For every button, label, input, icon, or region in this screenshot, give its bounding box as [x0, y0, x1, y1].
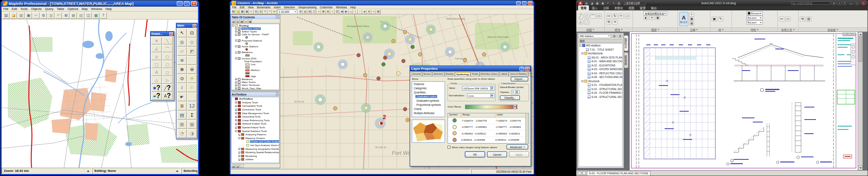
toolbox-row[interactable]: + Measuring Geographic Distributions: [232, 147, 279, 151]
drawing-toolbar-titlebar[interactable]: Drawi... ×: [151, 32, 174, 36]
block-tool-button[interactable]: ✎: [718, 17, 723, 22]
toolbar-button[interactable]: ▥: [258, 10, 263, 14]
main-tool-button[interactable]: Σ: [187, 111, 197, 120]
toc-layer-row[interactable]: ✓: [232, 48, 279, 51]
drawing-tool-button[interactable]: ◻: [162, 68, 173, 76]
close-button[interactable]: ×: [528, 1, 532, 5]
menu-item[interactable]: Table: [55, 7, 66, 11]
toolbar-button[interactable]: ↶: [55, 12, 62, 19]
maximize-button[interactable]: □: [855, 1, 860, 5]
infocenter-button[interactable]: ▾: [831, 1, 836, 5]
toolbar-button[interactable]: ≣: [367, 10, 371, 14]
sheetset-combobox[interactable]: IRD Addition: [579, 34, 611, 38]
main-tool-button[interactable]: 12: [187, 102, 197, 110]
qat-button[interactable]: ↷: [611, 1, 616, 5]
toc-layer-row[interactable]: − ✓ Proposed Stations: [232, 39, 279, 42]
main-tool-button[interactable]: ▱: [177, 47, 187, 56]
ribbon-tab[interactable]: 常用: [578, 5, 589, 10]
menu-item[interactable]: Edit: [10, 7, 19, 11]
main-tool-button[interactable]: [187, 56, 197, 65]
toolbar-button[interactable]: ⊞: [298, 10, 303, 14]
toc-layer-row[interactable]: ✓ Low: [232, 63, 279, 66]
vertical-scrollbar[interactable]: [858, 32, 863, 170]
checkbox[interactable]: [448, 146, 450, 149]
apply-button[interactable]: Apply: [509, 152, 529, 157]
close-button[interactable]: ×: [525, 67, 529, 71]
tree-expander-icon[interactable]: +: [235, 109, 237, 111]
draw-tool-button[interactable]: △: [578, 20, 583, 24]
dialog-tab[interactable]: Definition Query: [480, 72, 500, 76]
main-tool-button[interactable]: ▩: [187, 120, 197, 129]
panel-label[interactable]: 绘图: [576, 27, 604, 32]
toc-layer-row[interactable]: + ✓ Calls for Service - Feb07: [232, 33, 279, 36]
toolbar-button[interactable]: ✛: [330, 10, 335, 14]
sheet-row[interactable]: A-02 - ELEVATIONS: [579, 64, 622, 68]
active-layout-tab[interactable]: S-03 - FLOOR FRAMING PLAN AND SECTIONS: [587, 171, 650, 176]
main-tool-button[interactable]: ⊙: [177, 74, 187, 83]
layer-tool-button[interactable]: ◐: [643, 16, 648, 20]
show-list-item[interactable]: Graduated colors: [412, 94, 445, 98]
toc-layer-row[interactable]: ✓ Total Population: [232, 60, 279, 63]
ribbon-tab[interactable]: 输出: [648, 5, 659, 10]
autocad-app-icon[interactable]: A: [578, 1, 583, 5]
dialog-tab[interactable]: Labels: [499, 72, 509, 76]
main-tool-button[interactable]: ⊖: [187, 65, 197, 74]
ssm-tool-button[interactable]: ▥: [618, 34, 623, 38]
modify-tool-button[interactable]: ✂: [618, 14, 624, 19]
tree-expander-icon[interactable]: −: [235, 39, 237, 42]
toolbar-button[interactable]: ◫: [312, 10, 317, 14]
drawing-tool-button[interactable]: ╲: [162, 37, 173, 44]
menu-item[interactable]: Insert: [272, 6, 282, 9]
close-button[interactable]: ×: [861, 1, 866, 5]
map-scale-combobox[interactable]: 1:10,000: [277, 10, 297, 14]
sheet-row[interactable]: T-01 - TITLE SHEET: [579, 48, 622, 52]
toolbar-button[interactable]: ★: [371, 10, 376, 14]
menu-item[interactable]: Bookmarks: [255, 6, 272, 9]
drawing-tool-button[interactable]: △: [151, 76, 162, 84]
drawing-tool-button[interactable]: ╱?: [162, 84, 173, 92]
toc-layer-row[interactable]: − ✓ Census 2010: [232, 57, 279, 60]
ribbon-tab[interactable]: 视图: [626, 5, 637, 10]
help-button[interactable]: ?: [519, 67, 524, 71]
tree-expander-icon[interactable]: +: [235, 127, 237, 129]
palette-tab[interactable]: 模型视图: [624, 52, 628, 68]
dialog-tab[interactable]: Symbology: [455, 72, 470, 76]
toolbar-button[interactable]: ⊕: [321, 10, 326, 14]
toc-layer-row[interactable]: − ✓ Routing: [232, 24, 279, 27]
toolbar-button[interactable]: ▤: [231, 10, 235, 14]
toolbar-button[interactable]: ⧉: [254, 10, 258, 14]
menu-item[interactable]: Map: [80, 7, 89, 11]
toolbox-row[interactable]: − Spatial Statistics Tools: [232, 129, 279, 133]
arcmap-titlebar[interactable]: Clusters - ArcMap - ArcInfo — □ ×: [230, 0, 534, 5]
tree-expander-icon[interactable]: +: [235, 84, 237, 86]
workspace-combobox[interactable]: 二维草图与注释: [623, 1, 646, 5]
ribbon-tab[interactable]: 插入: [589, 5, 600, 10]
toolbox-row[interactable]: + Rendering: [232, 154, 279, 158]
layer-visibility-checkbox[interactable]: ✓: [238, 81, 240, 83]
menu-item[interactable]: File: [2, 7, 10, 11]
layer-visibility-checkbox[interactable]: ✓: [238, 27, 240, 30]
toolbar-button[interactable]: ⚐: [358, 10, 362, 14]
toc-layer-row[interactable]: + ✓ HotSpots_Feb07: [232, 27, 279, 30]
layer-tool-button[interactable]: ▣: [655, 16, 660, 20]
layer-visibility-checkbox[interactable]: ✓: [238, 45, 240, 48]
dialog-tab[interactable]: Fields: [470, 72, 479, 76]
toc-tool-button[interactable]: ▦: [240, 20, 244, 23]
toolbar-button[interactable]: ?: [100, 12, 107, 19]
toc-tool-button[interactable]: ▤: [232, 20, 235, 23]
mtext-button[interactable]: A多行文字: [679, 12, 688, 26]
status-selecting[interactable]: Selecting: [181, 168, 198, 174]
advanced-button[interactable]: Advanced: [507, 144, 528, 149]
toolbar-button[interactable]: ⊞: [62, 12, 69, 19]
dialog-tab[interactable]: Selection: [432, 72, 445, 76]
toolbar-button[interactable]: ◈: [362, 10, 367, 14]
menu-item[interactable]: Selection: [282, 6, 297, 9]
main-tool-button[interactable]: ◩: [187, 47, 197, 56]
lineweight-combobox[interactable]: ByLayer: [747, 16, 763, 20]
layout-tab-icon[interactable]: [582, 171, 586, 175]
toc-layer-row[interactable]: + ✓ Station Types: [232, 30, 279, 33]
close-button[interactable]: ×: [852, 33, 856, 36]
toolbar-button[interactable]: ▦: [240, 10, 245, 14]
tree-expander-icon[interactable]: +: [235, 81, 237, 83]
drawing-area[interactable]: — □ ×: [630, 32, 863, 170]
